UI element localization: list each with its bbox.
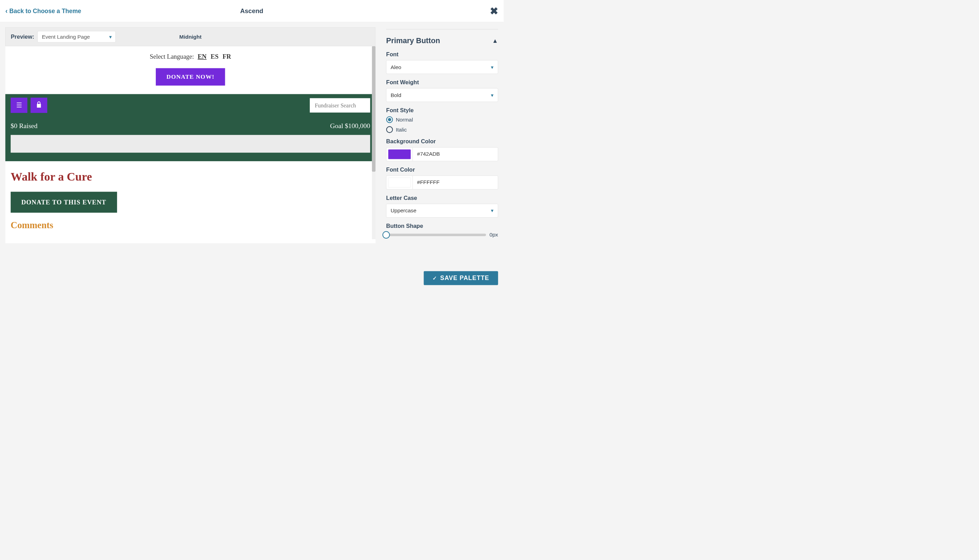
bg-color-group: Background Color #742ADB xyxy=(386,138,498,161)
main-layout: Preview: Event Landing Page ▾ Midnight S… xyxy=(0,22,503,248)
comments-heading: Comments xyxy=(11,220,370,230)
button-shape-slider[interactable] xyxy=(386,234,486,236)
preview-header: Preview: Event Landing Page ▾ Midnight xyxy=(5,27,376,46)
event-section: Walk for a Cure DONATE TO THIS EVENT Com… xyxy=(5,161,376,239)
settings-sidebar: Primary Button ▲ Font Aleo ▾ Font Weight… xyxy=(386,27,498,243)
radio-normal-label: Normal xyxy=(396,117,413,123)
section-header-primary-button[interactable]: Primary Button ▲ xyxy=(386,29,498,51)
menu-button[interactable]: ☰ xyxy=(11,98,27,113)
caret-down-icon: ▾ xyxy=(109,33,112,40)
style-group: Font Style Normal Italic xyxy=(386,107,498,133)
save-label: SAVE PALETTE xyxy=(440,275,489,282)
radio-italic[interactable]: Italic xyxy=(386,127,498,133)
color-swatch-wrap xyxy=(386,147,413,161)
scrollbar-thumb[interactable] xyxy=(372,46,376,172)
bg-color-value[interactable]: #742ADB xyxy=(413,147,498,161)
font-value: Aleo xyxy=(391,64,401,70)
theme-name: Midnight xyxy=(179,34,201,40)
weight-value: Bold xyxy=(391,92,401,98)
font-label: Font xyxy=(386,51,498,58)
lang-en[interactable]: EN xyxy=(197,53,207,60)
lock-icon xyxy=(36,101,42,109)
chevron-left-icon: ‹ xyxy=(5,7,8,15)
letter-case-select[interactable]: Uppercase ▾ xyxy=(386,204,498,218)
chevron-up-icon: ▲ xyxy=(492,37,498,44)
hamburger-icon: ☰ xyxy=(16,102,22,109)
page-title: Ascend xyxy=(240,7,263,15)
topbar: ‹ Back to Choose a Theme Ascend ✖ xyxy=(0,0,503,22)
section-title: Primary Button xyxy=(386,37,440,45)
button-shape-label: Button Shape xyxy=(386,223,498,229)
preview-page-select[interactable]: Event Landing Page ▾ xyxy=(37,31,115,42)
color-swatch-wrap xyxy=(386,176,413,189)
font-group: Font Aleo ▾ xyxy=(386,51,498,74)
radio-italic-label: Italic xyxy=(396,127,407,133)
radio-icon xyxy=(386,117,393,123)
back-link[interactable]: ‹ Back to Choose a Theme xyxy=(5,7,81,15)
caret-down-icon: ▾ xyxy=(491,92,494,98)
raised-label: $0 Raised xyxy=(11,122,38,130)
caret-down-icon: ▾ xyxy=(491,64,494,70)
radio-normal[interactable]: Normal xyxy=(386,117,498,123)
font-color-label: Font Color xyxy=(386,167,498,173)
toolbar: ☰ xyxy=(11,98,370,113)
progress-bar xyxy=(11,135,370,153)
lang-fr[interactable]: FR xyxy=(222,53,231,60)
caret-down-icon: ▾ xyxy=(491,207,494,214)
button-shape-value: 0px xyxy=(490,232,498,238)
donate-event-button[interactable]: DONATE TO THIS EVENT xyxy=(11,192,117,213)
language-bar: Select Language: EN ES FR xyxy=(5,46,376,65)
save-palette-button[interactable]: ✓ SAVE PALETTE xyxy=(424,271,498,285)
donate-now-button[interactable]: DONATE NOW! xyxy=(156,68,225,85)
font-color-input[interactable]: #FFFFFF xyxy=(386,176,498,190)
weight-group: Font Weight Bold ▾ xyxy=(386,79,498,102)
style-label: Font Style xyxy=(386,107,498,114)
font-color-swatch[interactable] xyxy=(388,177,411,187)
lang-es[interactable]: ES xyxy=(211,53,219,60)
back-link-label: Back to Choose a Theme xyxy=(9,8,81,15)
close-icon[interactable]: ✖ xyxy=(490,5,498,17)
fundraiser-search-input[interactable] xyxy=(310,98,370,113)
lang-label: Select Language: xyxy=(150,53,194,60)
scrollbar[interactable] xyxy=(372,46,376,239)
bg-color-label: Background Color xyxy=(386,138,498,145)
goal-label: Goal $100,000 xyxy=(330,122,370,130)
button-shape-group: Button Shape 0px xyxy=(386,223,498,238)
lock-button[interactable] xyxy=(30,98,47,113)
weight-select[interactable]: Bold ▾ xyxy=(386,88,498,102)
font-select[interactable]: Aleo ▾ xyxy=(386,60,498,74)
slider-thumb[interactable] xyxy=(383,231,390,238)
button-shape-slider-row: 0px xyxy=(386,232,498,238)
check-icon: ✓ xyxy=(433,275,437,281)
letter-case-value: Uppercase xyxy=(391,207,417,213)
letter-case-group: Letter Case Uppercase ▾ xyxy=(386,195,498,218)
bg-color-input[interactable]: #742ADB xyxy=(386,147,498,161)
preview-panel: Preview: Event Landing Page ▾ Midnight S… xyxy=(5,27,376,243)
font-color-value[interactable]: #FFFFFF xyxy=(413,176,498,189)
weight-label: Font Weight xyxy=(386,79,498,86)
progress-section: ☰ $0 Raised Goal $100,000 xyxy=(5,94,376,161)
font-color-group: Font Color #FFFFFF xyxy=(386,167,498,189)
preview-page-value: Event Landing Page xyxy=(42,34,90,40)
preview-label: Preview: xyxy=(11,33,34,40)
letter-case-label: Letter Case xyxy=(386,195,498,201)
preview-body: Select Language: EN ES FR DONATE NOW! ☰ xyxy=(5,46,376,239)
event-title: Walk for a Cure xyxy=(11,170,370,184)
radio-icon xyxy=(386,127,393,133)
bg-color-swatch[interactable] xyxy=(388,149,411,159)
progress-row: $0 Raised Goal $100,000 xyxy=(11,122,370,130)
